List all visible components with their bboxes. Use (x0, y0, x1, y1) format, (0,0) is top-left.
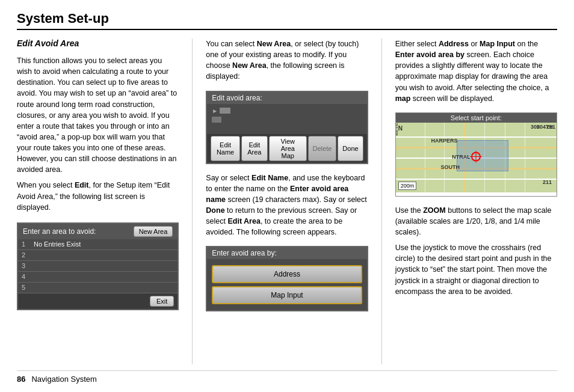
done-button[interactable]: Done (338, 136, 363, 161)
map-input-button[interactable]: Map Input (212, 286, 362, 304)
content-area: Edit Avoid Area This function allows you… (17, 38, 557, 364)
map-label-left-road: BEVER (396, 123, 399, 136)
col2-intro: You can select New Area, or select (by t… (206, 38, 368, 82)
col2: You can select New Area, or select (by t… (206, 38, 368, 364)
avoid-row-2: 2 (18, 250, 177, 261)
col-divider-2 (381, 38, 382, 364)
avoid-screen-header: Enter an area to avoid: New Area (18, 224, 177, 239)
map-screen-header: Select start point: (396, 113, 557, 123)
avoid-row-num-4: 4 (22, 273, 31, 280)
delete-button[interactable]: Delete (308, 136, 337, 161)
map-compass: N (398, 125, 403, 132)
avoid-header-text: Enter an area to avoid: (23, 227, 96, 236)
avoid-row-1: 1 No Entries Exist (18, 239, 177, 250)
edit-avoid-header: Edit avoid area: (207, 92, 366, 104)
page-number: 86 (17, 375, 25, 384)
avoid-row-3: 3 (18, 261, 177, 272)
avoid-area-screen: Enter an area to avoid: New Area 1 No En… (17, 222, 179, 310)
map-body: N 204TH 305 HARPERS NTRAL SOUTH 211 211 (396, 123, 557, 192)
col1: Edit Avoid Area This function allows you… (17, 38, 179, 364)
avoid-by-screen: Enter avoid area by: Address Map Input (206, 246, 368, 311)
map-label-305: 305 (531, 124, 540, 130)
col-divider-1 (192, 38, 193, 364)
col3-joystick-text: Use the joystick to move the crosshairs … (395, 242, 557, 297)
map-label-211b: 211 (543, 179, 552, 185)
edit-avoid-icons: ► (212, 108, 362, 114)
address-button[interactable]: Address (212, 265, 362, 283)
avoid-row-text-1: No Entries Exist (34, 240, 81, 248)
page: System Set-up Edit Avoid Area This funct… (0, 0, 574, 392)
section-title: Edit Avoid Area (17, 38, 179, 48)
avoid-rows: 1 No Entries Exist 2 3 4 5 (18, 239, 177, 293)
col1-para2: When you select Edit, for the Setup item… (17, 180, 179, 212)
map-label-central: NTRAL (452, 154, 471, 160)
edit-name-button[interactable]: Edit Name (211, 136, 239, 161)
edit-avoid-button-row: Edit Name Edit Area View Area Map Delete… (207, 134, 366, 163)
map-scale: 200m (398, 182, 417, 190)
map-screen: Select start point: (395, 112, 557, 197)
footer-label: Navigation System (31, 375, 96, 384)
col3: Either select Address or Map Input on th… (395, 38, 557, 364)
avoid-footer: Exit (18, 293, 177, 309)
map-label-south: SOUTH (441, 164, 460, 170)
page-footer: 86 Navigation System (17, 370, 557, 384)
crosshair-icon (470, 150, 482, 162)
col3-intro: Either select Address or Map Input on th… (395, 38, 557, 104)
avoid-row-num-1: 1 (22, 240, 31, 248)
edit-area-button[interactable]: Edit Area (241, 136, 268, 161)
col3-zoom-text: Use the ZOOM buttons to select the map s… (395, 205, 557, 237)
page-title: System Set-up (17, 11, 557, 30)
edit-avoid-area-screen: Edit avoid area: ► Edit Name Edit Area (206, 91, 368, 164)
avoid-row-4: 4 (18, 272, 177, 283)
map-label-harpers: HARPERS (431, 138, 457, 144)
avoid-row-num-5: 5 (22, 284, 31, 291)
exit-button[interactable]: Exit (150, 296, 174, 307)
col1-para1: This function allows you to select areas… (17, 55, 179, 175)
view-area-map-button[interactable]: View Area Map (269, 136, 307, 161)
avoid-row-num-2: 2 (22, 251, 31, 259)
avoid-row-num-3: 3 (22, 262, 31, 269)
avoid-by-body: Address Map Input (207, 259, 366, 310)
avoid-row-5: 5 (18, 283, 177, 293)
edit-avoid-content: ► (207, 104, 366, 134)
new-area-button[interactable]: New Area (134, 226, 173, 237)
avoid-by-header: Enter avoid area by: (207, 247, 366, 259)
map-label-211: 211 (546, 124, 555, 130)
col2-middle-text: Say or select Edit Name, and use the key… (206, 173, 368, 238)
